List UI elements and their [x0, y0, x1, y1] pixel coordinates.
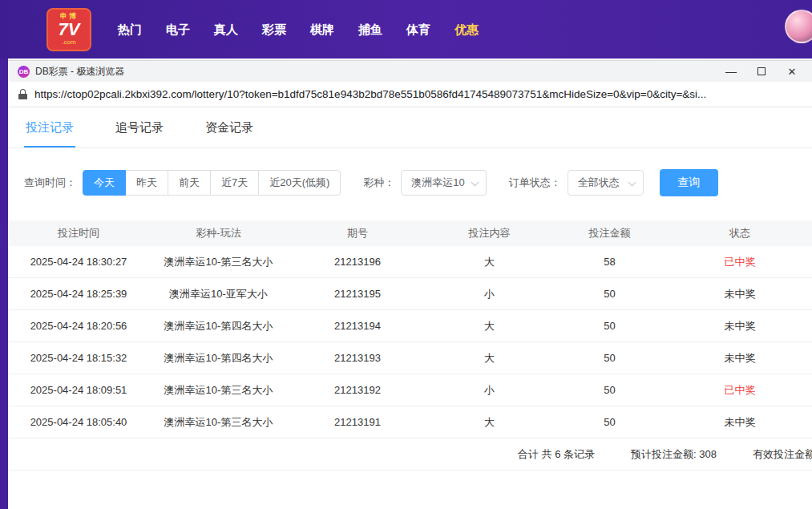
- lock-icon: [18, 89, 27, 99]
- status-cell: 未中奖: [668, 351, 812, 366]
- amount-cell: 58: [551, 256, 668, 268]
- nav-item-live[interactable]: 真人: [202, 0, 250, 59]
- amount-cell: 50: [551, 416, 668, 428]
- time-option-yesterday[interactable]: 昨天: [125, 170, 168, 196]
- table-row: 2025-04-24 18:09:51 澳洲幸运10-第三名大小 2121319…: [8, 374, 812, 406]
- bet-records-table: 投注时间 彩种-玩法 期号 投注内容 投注金额 状态 2025-04-24 18…: [8, 220, 812, 471]
- bet-time-cell: 2025-04-24 18:05:40: [8, 416, 149, 428]
- game-cell: 澳洲幸运10-第三名大小: [149, 255, 288, 269]
- table-row: 2025-04-24 18:25:39 澳洲幸运10-亚军大小 21213195…: [8, 278, 812, 310]
- nav-item-fishing[interactable]: 捕鱼: [346, 0, 394, 59]
- issue-cell: 21213193: [288, 352, 427, 364]
- page-background-strip: [0, 59, 8, 509]
- table-summary-row: 合计 共 6 条记录 预计投注金额: 308 有效投注金额: [8, 438, 812, 471]
- browser-titlebar: DB DB彩票 - 极速浏览器 — ✕: [8, 61, 812, 82]
- maximize-icon[interactable]: [746, 61, 777, 82]
- time-filter-label: 查询时间：: [24, 176, 76, 190]
- col-header-content: 投注内容: [427, 226, 551, 240]
- user-avatar[interactable]: [785, 10, 812, 43]
- lottery-select-value: 澳洲幸运10: [411, 176, 464, 190]
- summary-expected: 预计投注金额: 308: [631, 447, 717, 462]
- filter-bar: 查询时间： 今天 昨天 前天 近7天 近20天(低频) 彩种： 澳洲幸运10 订…: [8, 169, 812, 196]
- status-cell: 已中奖: [668, 383, 812, 398]
- chevron-down-icon: [471, 179, 479, 187]
- issue-cell: 21213194: [288, 320, 427, 332]
- status-cell: 未中奖: [668, 319, 812, 333]
- bet-content-cell: 小: [427, 383, 551, 398]
- table-row: 2025-04-24 18:15:32 澳洲幸运10-第四名大小 2121319…: [8, 342, 812, 374]
- game-cell: 澳洲幸运10-第三名大小: [149, 383, 288, 398]
- window-controls: — ✕: [716, 61, 807, 82]
- bet-time-cell: 2025-04-24 18:09:51: [8, 384, 149, 396]
- site-header: 申博 7V .com 热门 电子 真人 彩票 棋牌 捕鱼 体育 优惠: [0, 0, 812, 59]
- main-nav: 热门 电子 真人 彩票 棋牌 捕鱼 体育 优惠: [106, 0, 491, 59]
- order-status-select-value: 全部状态: [578, 176, 620, 190]
- issue-cell: 21213191: [288, 416, 427, 428]
- page-content: 投注记录 追号记录 资金记录 查询时间： 今天 昨天 前天 近7天 近20天(低…: [8, 107, 812, 471]
- bet-time-cell: 2025-04-24 18:25:39: [8, 288, 149, 300]
- table-header-row: 投注时间 彩种-玩法 期号 投注内容 投注金额 状态: [8, 220, 812, 246]
- issue-cell: 21213195: [288, 288, 427, 300]
- bet-time-cell: 2025-04-24 18:30:27: [8, 256, 149, 268]
- nav-item-lottery[interactable]: 彩票: [250, 0, 298, 59]
- nav-item-cards[interactable]: 棋牌: [298, 0, 346, 59]
- time-option-daybefore[interactable]: 前天: [168, 170, 211, 196]
- address-bar[interactable]: https://ctop02pcali.2kbxi392.com/lottery…: [8, 82, 812, 107]
- site-logo[interactable]: 申博 7V .com: [46, 8, 91, 51]
- chevron-down-icon: [628, 179, 636, 187]
- tab-bet-records[interactable]: 投注记录: [24, 107, 75, 147]
- issue-cell: 21213192: [288, 384, 427, 396]
- tab-chase-records[interactable]: 追号记录: [114, 107, 165, 147]
- url-text[interactable]: https://ctop02pcali.2kbxi392.com/lottery…: [34, 88, 706, 100]
- nav-item-sports[interactable]: 体育: [394, 0, 442, 59]
- table-row: 2025-04-24 18:20:56 澳洲幸运10-第四名大小 2121319…: [8, 310, 812, 342]
- table-row: 2025-04-24 18:30:27 澳洲幸运10-第三名大小 2121319…: [8, 246, 812, 278]
- amount-cell: 50: [551, 352, 668, 364]
- browser-favicon-icon: DB: [18, 66, 30, 78]
- bet-content-cell: 大: [427, 255, 551, 269]
- time-option-today[interactable]: 今天: [83, 170, 126, 196]
- amount-cell: 50: [551, 320, 668, 332]
- query-button[interactable]: 查询: [660, 169, 718, 196]
- time-option-20days[interactable]: 近20天(低频): [258, 170, 341, 196]
- summary-total: 合计 共 6 条记录: [518, 447, 595, 462]
- bet-content-cell: 大: [427, 415, 551, 430]
- bet-content-cell: 大: [427, 319, 551, 333]
- nav-item-slots[interactable]: 电子: [154, 0, 202, 59]
- browser-window: DB DB彩票 - 极速浏览器 — ✕ https://ctop02pcali.…: [8, 60, 812, 509]
- bet-time-cell: 2025-04-24 18:15:32: [8, 352, 149, 364]
- bet-time-cell: 2025-04-24 18:20:56: [8, 320, 149, 332]
- minimize-icon[interactable]: —: [716, 61, 746, 82]
- status-cell: 未中奖: [668, 287, 812, 301]
- col-header-amount: 投注金额: [551, 226, 668, 240]
- order-status-select[interactable]: 全部状态: [568, 170, 644, 196]
- time-range-group: 今天 昨天 前天 近7天 近20天(低频): [83, 170, 341, 196]
- nav-item-hot[interactable]: 热门: [106, 0, 154, 59]
- bet-content-cell: 大: [427, 351, 551, 366]
- col-header-game: 彩种-玩法: [149, 226, 288, 240]
- browser-window-title: DB彩票 - 极速浏览器: [35, 65, 124, 79]
- amount-cell: 50: [551, 384, 668, 396]
- maximize-box: [757, 67, 766, 75]
- nav-item-promo[interactable]: 优惠: [442, 0, 491, 59]
- site-logo-text-mid: 7V: [59, 21, 80, 38]
- col-header-time: 投注时间: [8, 226, 149, 240]
- amount-cell: 50: [551, 288, 668, 300]
- game-cell: 澳洲幸运10-第四名大小: [149, 319, 288, 333]
- game-cell: 澳洲幸运10-亚军大小: [149, 287, 288, 301]
- status-filter-label: 订单状态：: [509, 176, 561, 190]
- issue-cell: 21213196: [288, 256, 427, 268]
- lottery-filter-label: 彩种：: [363, 176, 394, 190]
- time-option-7days[interactable]: 近7天: [210, 170, 259, 196]
- status-cell: 已中奖: [668, 255, 812, 269]
- site-logo-text-bottom: .com: [62, 39, 75, 46]
- game-cell: 澳洲幸运10-第四名大小: [149, 351, 288, 366]
- lottery-select[interactable]: 澳洲幸运10: [401, 170, 486, 196]
- status-cell: 未中奖: [668, 415, 812, 430]
- bet-content-cell: 小: [427, 287, 551, 301]
- table-row: 2025-04-24 18:05:40 澳洲幸运10-第三名大小 2121319…: [8, 406, 812, 438]
- summary-valid: 有效投注金额: [753, 447, 812, 462]
- game-cell: 澳洲幸运10-第三名大小: [149, 415, 288, 430]
- close-icon[interactable]: ✕: [777, 61, 807, 82]
- tab-fund-records[interactable]: 资金记录: [204, 107, 255, 147]
